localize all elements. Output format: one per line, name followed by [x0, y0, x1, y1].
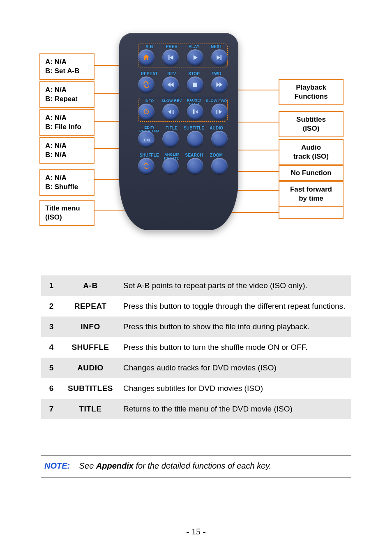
row-desc: Changes audio tracks for DVD movies (ISO…: [119, 358, 351, 378]
callout-line: (ISO): [284, 124, 338, 133]
shuffle-icon[interactable]: [138, 158, 154, 174]
callout-ff-time: Fast forward by time: [279, 181, 344, 207]
page-number: - 15 -: [0, 526, 392, 537]
svg-text:i: i: [146, 110, 147, 114]
repeat-icon[interactable]: [138, 76, 154, 93]
stop-icon[interactable]: [187, 76, 203, 93]
row-desc: Set A-B points to repeat parts of the vi…: [119, 275, 351, 296]
home-icon[interactable]: [138, 49, 154, 66]
slow-fwd-icon[interactable]: [211, 104, 228, 120]
btn-label: REPEAT: [138, 72, 161, 76]
callout-line: A: N/A: [45, 141, 89, 150]
row-key: TITLE: [62, 399, 119, 419]
callout-line: Functions: [284, 92, 338, 101]
row-number: 6: [41, 378, 62, 399]
audio-button[interactable]: [211, 131, 228, 147]
callout-no-function: No Function: [279, 165, 344, 181]
callout-na: A: N/A B: N/A: [39, 137, 95, 164]
row-desc: Changes subtitles for DVD movies (ISO): [119, 378, 351, 399]
row-number: 5: [41, 358, 62, 378]
callout-playback: Playback Functions: [279, 79, 344, 105]
callout-line: A: N/A: [45, 86, 89, 95]
callout-line: Fast forward: [284, 185, 338, 194]
angle-rotate-button[interactable]: [162, 158, 179, 174]
callout-repeat: A: N/A B: Repeat: [39, 81, 95, 108]
table-row: 1 A-B Set A-B points to repeat parts of …: [41, 275, 351, 296]
next-icon[interactable]: [211, 49, 228, 66]
callout-line: B: Set A-B: [45, 67, 89, 76]
function-table: 1 A-B Set A-B points to repeat parts of …: [41, 275, 351, 419]
play-icon[interactable]: [187, 49, 203, 66]
callout-line: B: Repeat: [45, 95, 89, 104]
callout-audio: Audio track (ISO): [279, 139, 344, 165]
fwd-icon[interactable]: [211, 76, 228, 93]
callout-line: No Function: [284, 169, 338, 178]
note-box: NOTE: See Appendix for the detailed func…: [41, 455, 351, 478]
callout-line: Subtitles: [284, 115, 338, 124]
btn-label: URL: [144, 139, 151, 142]
title-button[interactable]: [162, 131, 179, 147]
callout-subtitles: Subtitles (ISO): [279, 111, 344, 137]
table-row: 5 AUDIO Changes audio tracks for DVD mov…: [41, 358, 351, 378]
svg-rect-3: [193, 109, 194, 114]
callout-line: A: N/A: [45, 113, 89, 122]
prev-icon[interactable]: [162, 49, 179, 66]
svg-rect-0: [193, 83, 197, 87]
note-text: See Appendix for the detailed functions …: [79, 461, 272, 470]
row-desc: Press this button to show the file info …: [119, 317, 351, 337]
row-key: A-B: [62, 275, 119, 296]
btn-label: A-B: [138, 44, 161, 49]
row-desc: Press this button to turn the shuffle mo…: [119, 337, 351, 358]
note-label: NOTE:: [44, 461, 70, 470]
callout-a-b: A: N/A B: Set A-B: [39, 53, 95, 80]
callout-line: B: File Info: [45, 122, 89, 132]
callout-info: A: N/A B: File Info: [39, 109, 95, 136]
row-desc: Press this button to toggle through the …: [119, 296, 351, 317]
subtitle-button[interactable]: [187, 131, 203, 147]
slow-rev-icon[interactable]: [162, 104, 179, 120]
callout-title-menu: Title menu (ISO): [39, 200, 95, 226]
row-desc: Returns to the title menu of the DVD mov…: [119, 399, 351, 419]
callout-empty: [279, 206, 344, 219]
callout-line: Playback: [284, 83, 338, 92]
row-number: 7: [41, 399, 62, 419]
callout-line: by time: [284, 194, 338, 203]
callout-shuffle: A: N/A B: Shuffle: [39, 169, 95, 196]
table-row: 2 REPEAT Press this button to toggle thr…: [41, 296, 351, 317]
row-number: 2: [41, 296, 62, 317]
table-row: 7 TITLE Returns to the title menu of the…: [41, 399, 351, 419]
callout-line: A: N/A: [45, 58, 89, 67]
remote-control: A-B PREV PLAY NEXT REPEAT REV STOP FWD: [119, 33, 238, 230]
row-number: 3: [41, 317, 62, 337]
btn-label: NEXT: [205, 44, 228, 49]
btn-label: STOP: [183, 72, 205, 76]
btn-label: REV: [161, 72, 183, 76]
row-key: SUBTITLES: [62, 378, 119, 399]
row-key: AUDIO: [62, 358, 119, 378]
search-button[interactable]: [187, 158, 203, 174]
callout-line: Audio: [284, 143, 338, 152]
btn-label: PLAY: [183, 44, 205, 49]
row-key: INFO: [62, 317, 119, 337]
table-row: 6 SUBTITLES Changes subtitles for DVD mo…: [41, 378, 351, 399]
callout-line: B: Shuffle: [45, 183, 89, 192]
rev-icon[interactable]: [162, 76, 179, 93]
callout-line: track (ISO): [284, 152, 338, 161]
btn-label: PREV: [161, 44, 183, 49]
row-number: 4: [41, 337, 62, 358]
pause-step-icon[interactable]: [187, 104, 203, 120]
info-icon[interactable]: i: [138, 104, 154, 120]
table-row: 3 INFO Press this button to show the fil…: [41, 317, 351, 337]
btn-label: FWD: [205, 72, 228, 76]
callout-line: Title menu: [45, 204, 89, 213]
row-number: 1: [41, 275, 62, 296]
table-row: 4 SHUFFLE Press this button to turn the …: [41, 337, 351, 358]
zoom-button[interactable]: [211, 158, 228, 174]
row-key: SHUFFLE: [62, 337, 119, 358]
row-key: REPEAT: [62, 296, 119, 317]
callout-line: (ISO): [45, 213, 89, 222]
callout-line: B: N/A: [45, 150, 89, 159]
callout-line: A: N/A: [45, 173, 89, 183]
